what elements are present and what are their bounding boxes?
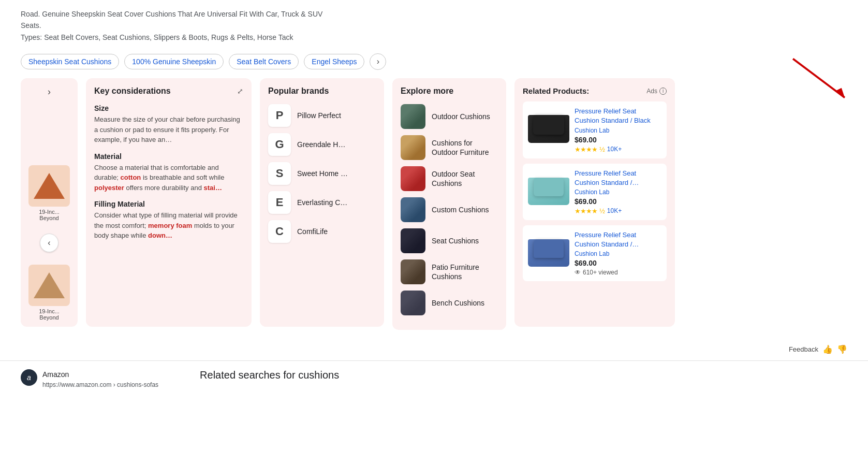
chip-genuine-sheepskin[interactable]: 100% Genuine Sheepskin bbox=[124, 54, 224, 69]
thumbs-up-icon[interactable]: 👍 bbox=[822, 344, 833, 354]
product-img-blue bbox=[528, 230, 569, 267]
bottom-section: a Amazon https://www.amazon.com › cushio… bbox=[0, 360, 868, 389]
explore-img-bench-cushions bbox=[401, 291, 425, 315]
expand-icon[interactable]: ⤢ bbox=[237, 87, 243, 95]
explore-item-patio-furniture[interactable]: Patio Furniture Cushions bbox=[401, 259, 498, 284]
explore-img-seat-cushions bbox=[401, 228, 425, 253]
brand-name-everlasting: Everlasting C… bbox=[297, 198, 347, 207]
product-scroll-card: › 19-Inc... Beyond ‹ 19-Inc... Beyond bbox=[21, 78, 78, 327]
viewed-row-3: 👁 610+ viewed bbox=[575, 269, 661, 276]
brand-item-pillow-perfect[interactable]: P Pillow Perfect bbox=[268, 104, 376, 127]
brands-title: Popular brands bbox=[268, 86, 376, 96]
product-info-1: Pressure Relief Seat Cushion Standard / … bbox=[575, 107, 661, 153]
reviews-2[interactable]: 10K+ bbox=[607, 207, 622, 214]
chip-sheepskin-seat[interactable]: Sheepskin Seat Cushions bbox=[21, 54, 119, 69]
related-searches-title: Related searches for cushions bbox=[200, 369, 339, 389]
popular-brands-card: Popular brands P Pillow Perfect G Greend… bbox=[260, 78, 384, 327]
brand-item-comfilife[interactable]: C ComfiLife bbox=[268, 220, 376, 243]
stars-2: ★★★★ bbox=[575, 207, 597, 215]
brand-item-everlasting[interactable]: E Everlasting C… bbox=[268, 191, 376, 214]
thumbs-down-icon[interactable]: 👎 bbox=[837, 344, 847, 354]
feedback-label: Feedback bbox=[789, 345, 818, 353]
stars-row-1: ★★★★½ 10K+ bbox=[575, 146, 661, 153]
brand-item-greendale[interactable]: G Greendale H… bbox=[268, 133, 376, 156]
viewed-count-3: 610+ viewed bbox=[583, 269, 618, 276]
key-card-title: Key considerations bbox=[94, 86, 171, 96]
top-line1: Road. Genuine Sheepskin Seat Cover Cushi… bbox=[21, 8, 342, 32]
product-label-2: 19-Inc... Beyond bbox=[28, 308, 70, 321]
material-cotton-link[interactable]: cotton bbox=[121, 173, 141, 181]
explore-item-outdoor-seat-cushions[interactable]: Outdoor Seat Cushions bbox=[401, 166, 498, 191]
scroll-up-arrow[interactable]: › bbox=[46, 84, 53, 99]
product-thumb-2[interactable] bbox=[28, 265, 70, 306]
material-heading: Material bbox=[94, 152, 243, 161]
eye-icon: 👁 bbox=[575, 269, 581, 276]
top-line2: Types: Seat Belt Covers, Seat Cushions, … bbox=[21, 32, 342, 43]
explore-item-seat-cushions[interactable]: Seat Cushions bbox=[401, 228, 498, 253]
product-img-black bbox=[528, 107, 569, 143]
brand-name-comfilife: ComfiLife bbox=[297, 227, 328, 236]
explore-img-patio-furniture bbox=[401, 259, 425, 284]
brand-item-sweet-home[interactable]: S Sweet Home … bbox=[268, 162, 376, 185]
explore-img-cushions-outdoor-furniture bbox=[401, 135, 425, 160]
material-text-after: offers more durability and bbox=[124, 184, 204, 192]
related-product-2[interactable]: Pressure Relief Seat Cushion Standard /…… bbox=[523, 164, 667, 220]
material-text: Choose a material that is comfortable an… bbox=[94, 163, 243, 193]
brand-name-sweet-home: Sweet Home … bbox=[297, 169, 348, 178]
amazon-result[interactable]: a Amazon https://www.amazon.com › cushio… bbox=[21, 369, 158, 389]
consideration-material: Material Choose a material that is comfo… bbox=[94, 152, 243, 193]
explore-img-custom-cushions bbox=[401, 197, 425, 222]
material-polyester-link[interactable]: polyester bbox=[94, 184, 124, 192]
explore-label-outdoor-cushions: Outdoor Cushions bbox=[432, 112, 490, 121]
half-star-2: ½ bbox=[599, 207, 605, 215]
explore-label-outdoor-seat-cushions: Outdoor Seat Cushions bbox=[432, 169, 498, 188]
product-brand-1[interactable]: Cushion Lab bbox=[575, 127, 661, 134]
filling-down-link[interactable]: down… bbox=[148, 231, 172, 239]
product-price-2: $69.00 bbox=[575, 197, 661, 206]
product-img-teal bbox=[528, 169, 569, 205]
explore-more-card: Explore more Outdoor Cushions Cushions f… bbox=[392, 78, 506, 330]
product-title-1[interactable]: Pressure Relief Seat Cushion Standard / … bbox=[575, 107, 661, 125]
product-brand-3: Cushion Lab bbox=[575, 250, 661, 257]
explore-label-cushions-outdoor-furniture: Cushions for Outdoor Furniture bbox=[432, 138, 498, 157]
related-products-card: Related Products: Ads i Pressure Relief … bbox=[514, 78, 675, 327]
material-stai-link[interactable]: stai… bbox=[203, 184, 222, 192]
product-title-2[interactable]: Pressure Relief Seat Cushion Standard /… bbox=[575, 169, 661, 187]
product-label-1: 19-Inc... Beyond bbox=[28, 209, 70, 221]
brand-letter-c: C bbox=[268, 220, 291, 243]
ads-badge: Ads i bbox=[646, 88, 667, 95]
related-products-header: Related Products: Ads i bbox=[523, 86, 667, 95]
key-considerations-card: Key considerations ⤢ Size Measure the si… bbox=[86, 78, 252, 327]
related-product-3[interactable]: Pressure Relief Seat Cushion Standard /…… bbox=[523, 225, 667, 281]
explore-item-custom-cushions[interactable]: Custom Cushions bbox=[401, 197, 498, 222]
half-star-1: ½ bbox=[599, 146, 605, 153]
svg-marker-1 bbox=[835, 88, 845, 98]
related-product-1[interactable]: Pressure Relief Seat Cushion Standard / … bbox=[523, 102, 667, 158]
product-thumb-1[interactable] bbox=[28, 165, 70, 207]
scroll-left-btn[interactable]: ‹ bbox=[40, 234, 58, 252]
chip-engel-sheeps[interactable]: Engel Sheeps bbox=[304, 54, 364, 69]
explore-item-cushions-outdoor-furniture[interactable]: Cushions for Outdoor Furniture bbox=[401, 135, 498, 160]
amazon-url: https://www.amazon.com › cushions-sofas bbox=[42, 380, 158, 389]
ads-label: Ads bbox=[646, 88, 657, 95]
consideration-size: Size Measure the size of your chair befo… bbox=[94, 104, 243, 145]
chip-seat-belt-covers[interactable]: Seat Belt Covers bbox=[229, 54, 299, 69]
brand-letter-g: G bbox=[268, 133, 291, 156]
product-price-1: $69.00 bbox=[575, 136, 661, 144]
explore-img-outdoor-cushions bbox=[401, 104, 425, 129]
explore-label-patio-furniture: Patio Furniture Cushions bbox=[432, 263, 498, 281]
explore-item-outdoor-cushions[interactable]: Outdoor Cushions bbox=[401, 104, 498, 129]
explore-item-bench-cushions[interactable]: Bench Cushions bbox=[401, 291, 498, 315]
main-content: › 19-Inc... Beyond ‹ 19-Inc... Beyond bbox=[0, 78, 868, 340]
filling-memory-foam-link[interactable]: memory foam bbox=[148, 222, 192, 229]
filling-text: Consider what type of filling material w… bbox=[94, 210, 243, 241]
reviews-1[interactable]: 10K+ bbox=[607, 146, 622, 153]
consideration-filling: Filling Material Consider what type of f… bbox=[94, 200, 243, 241]
filling-heading: Filling Material bbox=[94, 200, 243, 208]
size-heading: Size bbox=[94, 104, 243, 112]
ads-info-icon[interactable]: i bbox=[659, 88, 667, 95]
product-brand-2[interactable]: Cushion Lab bbox=[575, 189, 661, 196]
product-title-3[interactable]: Pressure Relief Seat Cushion Standard /… bbox=[575, 230, 661, 249]
product-price-3: $69.00 bbox=[575, 259, 661, 267]
chips-more-arrow[interactable]: › bbox=[370, 53, 386, 70]
